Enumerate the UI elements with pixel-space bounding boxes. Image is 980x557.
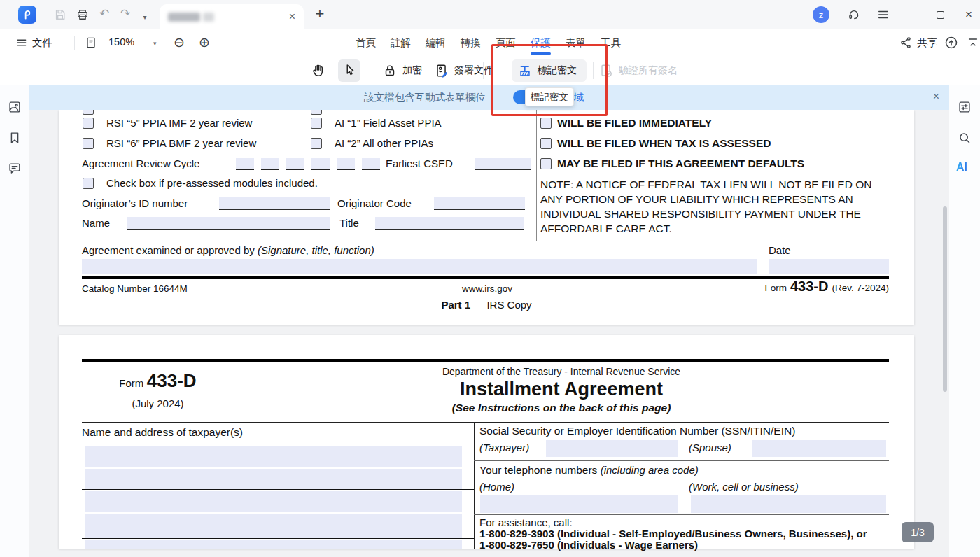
form-checkbox-filed-when-assessed[interactable]: [540, 138, 552, 149]
share-label[interactable]: 共享: [917, 36, 937, 50]
page-view-icon[interactable]: [84, 36, 98, 50]
taxpayer-address-field[interactable]: [85, 469, 462, 489]
review-cycle-field[interactable]: [261, 158, 279, 170]
tab-page[interactable]: 頁面: [496, 29, 516, 56]
redact-tooltip: 標記密文: [525, 87, 574, 106]
taxpayer-name-field[interactable]: [85, 446, 462, 467]
notification-close-icon[interactable]: ×: [933, 90, 939, 103]
divider: [483, 62, 484, 79]
tab-title-blurred: [203, 13, 214, 22]
form-checkbox[interactable]: [83, 110, 94, 115]
vertical-scrollbar[interactable]: [943, 206, 947, 392]
form-subtitle: (See Instructions on the back of this pa…: [234, 402, 889, 414]
approved-by-field[interactable]: [82, 259, 757, 274]
department-line: Department of the Treasury - Internal Re…: [234, 366, 889, 377]
form-checkbox-rsi6[interactable]: [83, 138, 94, 149]
form-label: AI “1” Field Asset PPIA: [335, 117, 442, 129]
cell-divider: [474, 460, 889, 461]
document-viewport[interactable]: RSI “5” PPIA IMF 2 year review AI “1” Fi…: [29, 110, 949, 557]
taxpayer-address-field[interactable]: [85, 491, 462, 512]
new-tab-button[interactable]: +: [311, 5, 329, 23]
select-tool-icon[interactable]: [342, 62, 357, 78]
taxpayer-address-field[interactable]: [85, 540, 462, 549]
properties-panel-icon[interactable]: [957, 99, 972, 115]
page-indicator: 1/3: [902, 522, 934, 542]
tab-annotate[interactable]: 註解: [391, 29, 411, 56]
review-cycle-field[interactable]: [337, 158, 355, 170]
user-avatar[interactable]: z: [813, 6, 830, 23]
review-cycle-field[interactable]: [362, 158, 380, 170]
tab-home[interactable]: 首頁: [356, 29, 376, 56]
bookmarks-panel-icon[interactable]: [7, 130, 22, 146]
ssn-taxpayer-field[interactable]: [546, 440, 678, 457]
collapse-toolbar-icon[interactable]: [966, 36, 980, 50]
redo-icon[interactable]: ↷: [118, 7, 133, 21]
tab-tools[interactable]: 工具: [601, 29, 621, 56]
pdf-page-2: Form 433-D (July 2024) Department of the…: [59, 335, 914, 549]
title-field[interactable]: [375, 217, 524, 230]
history-caret-icon[interactable]: ▾: [137, 10, 153, 24]
form-title-cell: Department of the Treasury - Internal Re…: [234, 362, 889, 414]
home-phone-field[interactable]: [480, 495, 678, 513]
zoom-out-icon[interactable]: ⊖: [174, 34, 185, 50]
form-checkbox-ai1[interactable]: [311, 118, 322, 129]
file-menu[interactable]: 文件: [32, 36, 52, 50]
taxpayer-address-field[interactable]: [85, 514, 462, 538]
originator-code-field[interactable]: [434, 197, 525, 210]
undo-icon[interactable]: ↶: [97, 7, 112, 21]
share-icon[interactable]: [899, 36, 913, 50]
tab-close-icon[interactable]: ×: [289, 11, 295, 22]
zoom-level-value[interactable]: 150%: [108, 36, 134, 48]
name-field[interactable]: [127, 217, 330, 230]
form-checkbox-preassessed[interactable]: [83, 178, 94, 189]
review-cycle-field[interactable]: [236, 158, 254, 170]
form-label: (Taxpayer): [479, 442, 529, 454]
tab-edit[interactable]: 編輯: [426, 29, 446, 56]
ribbon-tabs: 首頁 註解 編輯 轉換 頁面 保護 表單 工具: [356, 29, 621, 56]
support-headset-icon[interactable]: [847, 8, 861, 22]
form-label: Your telephone numbers (including area c…: [479, 464, 699, 477]
hand-tool-icon[interactable]: [311, 63, 326, 78]
tab-convert[interactable]: 轉換: [461, 29, 481, 56]
thumbnails-panel-icon[interactable]: [7, 99, 22, 115]
redact-button[interactable]: 標記密文: [517, 56, 577, 85]
signature-icon: [434, 63, 449, 78]
zoom-in-icon[interactable]: ⊕: [199, 34, 210, 50]
window-maximize-button[interactable]: [932, 6, 948, 23]
print-icon[interactable]: [76, 8, 90, 22]
menu-hamburger-icon[interactable]: [876, 8, 890, 22]
form-checkbox-rsi5[interactable]: [83, 118, 94, 129]
earliest-csed-field[interactable]: [475, 158, 531, 170]
form-number-footer: Form 433-D (Rev. 7-2024): [764, 278, 889, 295]
file-menu-icon[interactable]: [15, 36, 28, 49]
save-icon[interactable]: [53, 8, 67, 22]
search-icon[interactable]: [957, 130, 972, 146]
ai-assistant-button[interactable]: AI: [956, 161, 967, 174]
window-close-button[interactable]: ×: [960, 6, 977, 23]
review-cycle-field[interactable]: [286, 158, 304, 170]
date-field[interactable]: [769, 259, 889, 274]
ssn-spouse-field[interactable]: [752, 440, 886, 457]
tab-title-blurred: [168, 13, 200, 22]
zoom-caret-icon[interactable]: ▾: [153, 40, 157, 47]
right-sidebar: AI: [949, 85, 980, 557]
cell-divider: [762, 241, 762, 276]
tab-form[interactable]: 表單: [566, 29, 586, 56]
form-checkbox-may-be-filed[interactable]: [540, 158, 552, 169]
encrypt-button[interactable]: 加密: [382, 56, 422, 85]
cloud-upload-icon[interactable]: [944, 35, 959, 50]
app-logo-icon[interactable]: [18, 6, 36, 24]
form-label: Agreement Review Cycle: [82, 157, 200, 170]
sign-document-button[interactable]: 簽署文件: [434, 56, 493, 85]
work-phone-field[interactable]: [691, 495, 886, 513]
tab-protect[interactable]: 保護: [531, 29, 551, 56]
form-checkbox[interactable]: [311, 110, 322, 115]
comments-panel-icon[interactable]: [7, 161, 22, 176]
form-checkbox-filed-immediately[interactable]: [540, 118, 552, 129]
document-tab[interactable]: ×: [160, 4, 304, 29]
form-checkbox-ai2[interactable]: [311, 138, 322, 149]
review-cycle-field[interactable]: [312, 158, 330, 170]
window-minimize-button[interactable]: [903, 6, 920, 23]
originator-id-field[interactable]: [219, 197, 330, 210]
form-label: Check box if pre-assessed modules includ…: [106, 177, 318, 190]
